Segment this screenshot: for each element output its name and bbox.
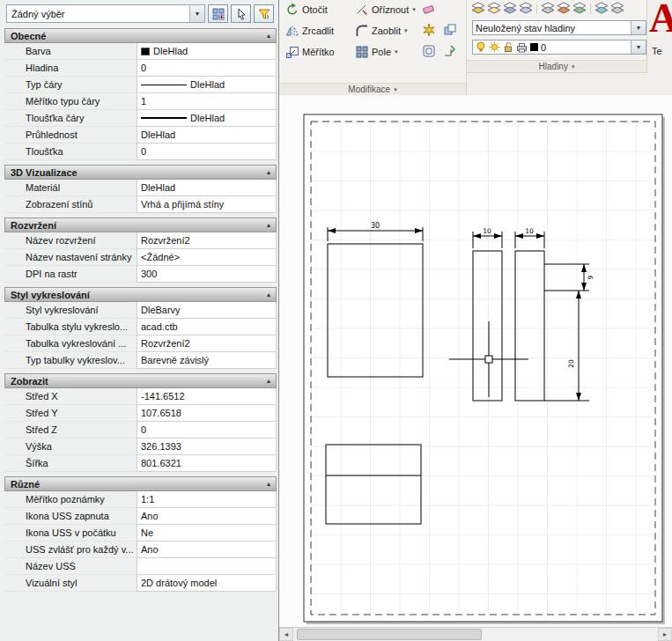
scale-button[interactable]: Měřítko <box>285 42 335 62</box>
text-tool-icon[interactable]: A <box>649 0 672 41</box>
prop-value-text: Ne <box>141 527 153 538</box>
layer-walk-button[interactable] <box>572 2 587 16</box>
section-title: Obecné <box>11 31 46 41</box>
erase-button[interactable] <box>420 0 438 18</box>
prop-row: Zobrazení stínůVrhá a přijímá stíny <box>4 196 277 213</box>
rotate-button[interactable]: Otočit <box>285 0 328 19</box>
prop-value[interactable]: 1 <box>137 93 277 110</box>
section-3d-visualization: 3D Vizualizace▴ MateriálDleHlad Zobrazen… <box>4 165 277 213</box>
prop-value[interactable]: acad.ctb <box>137 319 277 335</box>
prop-value[interactable]: DleBarvy <box>137 302 277 319</box>
collapse-icon[interactable]: ▴ <box>267 168 270 176</box>
prop-value[interactable]: <Žádné> <box>137 249 277 266</box>
prop-value[interactable]: Ano <box>137 542 277 558</box>
collapse-icon[interactable]: ▴ <box>267 221 270 229</box>
prop-value[interactable]: Rozvržení2 <box>137 335 277 352</box>
fillet-button[interactable]: Zaoblit ▾ <box>355 21 408 41</box>
layer-plot-printer-icon[interactable] <box>516 42 528 53</box>
offset-button[interactable] <box>420 42 438 60</box>
collapse-icon[interactable]: ▴ <box>267 377 270 385</box>
quick-select-button[interactable] <box>254 4 274 23</box>
array-button[interactable]: Pole ▾ <box>355 42 398 62</box>
prop-value[interactable]: Ano <box>137 508 277 525</box>
prop-value[interactable]: 300 <box>137 266 277 283</box>
prop-value-text: DleHlad <box>141 129 175 140</box>
modify-panel-label[interactable]: Modifikace ▾ <box>279 83 466 95</box>
pickbox <box>485 356 492 363</box>
prop-value[interactable]: Rozvržení2 <box>137 232 277 249</box>
prop-value[interactable] <box>137 558 277 575</box>
trim-button[interactable]: Oříznout ▾ <box>355 0 416 19</box>
prop-value[interactable]: 0 <box>137 144 277 160</box>
prop-row: Šířka801.6321 <box>4 455 277 472</box>
prop-value[interactable]: DleHlad <box>137 110 277 127</box>
layer-isolate-button[interactable] <box>471 2 485 16</box>
chevron-down-icon[interactable]: ▾ <box>404 27 408 34</box>
layer-state-dropdown[interactable]: Neuložený stav hladiny ▾ <box>472 20 646 35</box>
stretch-button[interactable] <box>441 42 459 60</box>
layer-freeze-button[interactable] <box>503 2 517 16</box>
mirror-button[interactable]: Zrcadlit <box>285 21 334 41</box>
section-header[interactable]: Různé▴ <box>4 476 277 491</box>
combo-arrow-button[interactable]: ▾ <box>631 41 646 54</box>
collapse-icon[interactable]: ▴ <box>267 480 270 488</box>
scroll-left-button[interactable]: ◄ <box>279 628 293 641</box>
prop-value[interactable]: DleHlad <box>137 43 277 60</box>
combo-arrow-button[interactable]: ▾ <box>189 5 204 22</box>
explode-button[interactable] <box>420 21 438 39</box>
prop-value[interactable]: -141.6512 <box>137 388 277 405</box>
prop-label: Tloušťka <box>4 144 137 160</box>
prop-value[interactable]: Vrhá a přijímá stíny <box>137 196 277 213</box>
chevron-down-icon[interactable]: ▾ <box>412 6 416 13</box>
prop-value[interactable]: DleHlad <box>137 77 277 93</box>
layer-unisolate-button[interactable] <box>487 2 501 16</box>
prop-value[interactable]: DleHlad <box>137 127 277 144</box>
layer-unlock-icon[interactable] <box>503 41 513 53</box>
section-header[interactable]: 3D Vizualizace▴ <box>4 165 277 180</box>
selection-type-combobox[interactable]: Žádný výběr ▾ <box>6 4 205 23</box>
burst-icon <box>422 23 436 37</box>
scrollbar-track[interactable] <box>293 628 658 641</box>
collapse-icon[interactable]: ▴ <box>267 32 270 40</box>
drawing-canvas[interactable]: 30 10 10 9 20 <box>279 95 672 627</box>
prop-label: Název nastavení stránky <box>4 249 137 266</box>
layer-lock-button[interactable] <box>541 2 555 16</box>
layer-match-button[interactable] <box>557 2 571 16</box>
section-header[interactable]: Obecné▴ <box>4 28 277 43</box>
copy-button[interactable] <box>441 21 459 39</box>
layers-icon <box>610 2 624 14</box>
select-objects-button[interactable] <box>231 4 251 23</box>
prop-value[interactable]: Ne <box>137 525 277 542</box>
layers-panel-label[interactable]: Hladiny ▾ <box>467 60 646 72</box>
prop-value[interactable]: 2D drátový model <box>137 575 277 592</box>
prop-value[interactable]: 801.6321 <box>137 455 277 472</box>
prop-value[interactable]: 1:1 <box>137 491 277 508</box>
section-header[interactable]: Styl vykreslování▴ <box>4 287 277 302</box>
section-header[interactable]: Zobrazit▴ <box>4 373 277 388</box>
layer-color-swatch-icon[interactable] <box>530 43 538 51</box>
current-layer-dropdown[interactable]: 0 ▾ <box>472 40 646 55</box>
prop-value[interactable]: DleHlad <box>137 180 277 196</box>
prop-value-text: <Žádné> <box>141 252 180 262</box>
combo-arrow-button[interactable]: ▾ <box>631 21 646 34</box>
layer-off-button[interactable] <box>519 2 533 16</box>
horizontal-scrollbar[interactable]: ◄ ► <box>279 627 672 641</box>
scroll-right-button[interactable]: ► <box>658 628 672 641</box>
prop-label: Typ tabulky vykreslov... <box>4 352 137 369</box>
prop-value[interactable]: Barevně závislý <box>137 352 277 369</box>
prop-value[interactable]: 0 <box>137 422 277 438</box>
prop-value[interactable]: 0 <box>137 60 277 77</box>
prop-value-text: 2D drátový model <box>141 578 217 588</box>
layers-panel: Neuložený stav hladiny ▾ 0 ▾ Hladiny ▾ <box>467 0 647 73</box>
layer-prev-button[interactable] <box>594 2 609 16</box>
scrollbar-thumb[interactable] <box>297 629 482 640</box>
layer-on-bulb-icon[interactable] <box>476 41 486 53</box>
prop-value[interactable]: 107.6518 <box>137 405 277 422</box>
section-header[interactable]: Rozvržení▴ <box>4 217 277 232</box>
collapse-icon[interactable]: ▴ <box>267 291 270 298</box>
prop-value[interactable]: 326.1393 <box>137 438 277 455</box>
layer-thaw-sun-icon[interactable] <box>489 41 500 53</box>
toggle-pickadd-button[interactable] <box>208 4 228 23</box>
chevron-down-icon[interactable]: ▾ <box>395 48 398 55</box>
layer-merge-button[interactable] <box>610 2 624 16</box>
